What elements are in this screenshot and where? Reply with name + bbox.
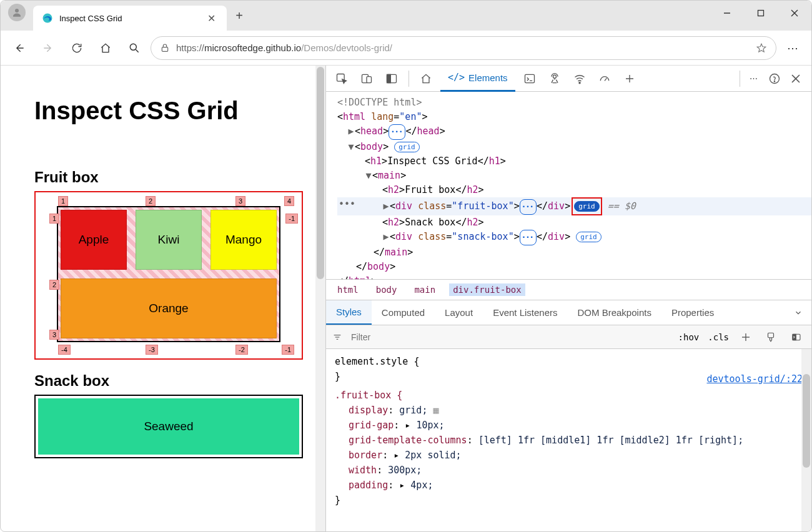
grid-cell-seaweed: Seaweed <box>38 398 299 455</box>
svg-point-6 <box>130 44 136 50</box>
close-window-button[interactable] <box>778 1 811 26</box>
row-more-icon[interactable]: ••• <box>339 197 355 212</box>
minimize-button[interactable] <box>710 1 744 26</box>
grid-col-label: 2 <box>146 196 156 206</box>
svg-rect-13 <box>387 74 391 82</box>
css-rules-pane[interactable]: element.style { } .fruit-box { devtools-… <box>326 349 811 531</box>
new-rule-icon[interactable] <box>738 329 754 345</box>
source-link[interactable]: devtools-grid/:22 <box>706 372 803 387</box>
toolbar: https://microsoftedge.github.io/Demos/de… <box>1 31 811 66</box>
devtools-close-icon[interactable] <box>785 68 806 89</box>
device-toggle-icon[interactable] <box>356 68 377 89</box>
expand-icon[interactable]: ▶ <box>382 230 390 244</box>
add-tab-icon[interactable] <box>619 68 640 89</box>
svg-rect-28 <box>768 333 774 338</box>
home-button[interactable] <box>93 36 118 61</box>
grid-col-label: -4 <box>58 345 71 355</box>
grid-cell-apple: Apple <box>61 210 127 270</box>
grid-badge[interactable]: grid <box>394 142 420 152</box>
svg-rect-8 <box>162 47 167 51</box>
maximize-button[interactable] <box>744 1 778 26</box>
favorite-icon[interactable] <box>756 42 767 54</box>
css-declaration[interactable]: grid-template-columns: [left] 1fr [middl… <box>335 433 803 448</box>
svg-point-15 <box>553 75 556 78</box>
grid-col-label: -3 <box>146 345 158 355</box>
computed-toggle-icon[interactable] <box>788 330 805 345</box>
elements-tab[interactable]: </>Elements <box>440 66 515 92</box>
new-tab-button[interactable]: + <box>227 9 252 23</box>
svg-point-20 <box>774 81 775 81</box>
page-scrollbar[interactable] <box>315 66 325 531</box>
svg-line-7 <box>136 49 139 52</box>
expand-icon[interactable]: ▶ <box>382 199 390 214</box>
browser-tab[interactable]: Inspect CSS Grid ✕ <box>33 6 227 31</box>
collapse-icon[interactable]: ▼ <box>365 169 372 183</box>
css-declaration[interactable]: display: grid; ▦ <box>335 403 803 418</box>
titlebar: Inspect CSS Grid ✕ + <box>1 1 811 31</box>
rule-selector: .fruit-box { <box>335 388 803 403</box>
devtools-more-icon[interactable]: ⋯ <box>743 68 764 89</box>
cls-toggle[interactable]: .cls <box>708 332 729 342</box>
address-bar[interactable]: https://microsoftedge.github.io/Demos/de… <box>151 36 776 60</box>
tab-title: Inspect CSS Grid <box>59 14 122 23</box>
dom-tree[interactable]: <!DOCTYPE html> <html lang="en"> ▶<head>… <box>326 92 811 279</box>
tab-layout[interactable]: Layout <box>435 301 483 324</box>
search-button[interactable] <box>122 36 147 61</box>
grid-col-label: -2 <box>235 345 248 355</box>
console-tab-icon[interactable] <box>519 68 540 89</box>
grid-cell-orange: Orange <box>61 278 277 338</box>
refresh-button[interactable] <box>64 36 89 61</box>
profile-avatar[interactable] <box>8 4 26 21</box>
tab-event-listeners[interactable]: Event Listeners <box>483 301 567 324</box>
grid-badge[interactable]: grid <box>574 201 600 212</box>
grid-row-label: 1 <box>49 214 59 224</box>
url-text: https://microsoftedge.github.io/Demos/de… <box>176 42 392 53</box>
styles-filterbar: :hov .cls <box>326 325 811 349</box>
selected-dom-node[interactable]: ••• ▶<div class="fruit-box">•••</div>gri… <box>337 197 811 215</box>
devtools-panel: </>Elements ⋯ <!DOCTYPE html> <html lang… <box>325 66 811 531</box>
grid-col-label: -1 <box>282 345 294 355</box>
page-viewport: Inspect CSS Grid Fruit box 1 2 3 4 1 2 3… <box>1 66 325 531</box>
grid-row-label: 3 <box>49 330 59 340</box>
fruit-box-highlight: 1 2 3 4 1 2 3 -1 -4 -3 -2 -1 Apple Kiw <box>34 191 303 360</box>
inspect-icon[interactable] <box>331 68 352 89</box>
chevron-down-icon[interactable] <box>785 308 811 317</box>
breadcrumb-item[interactable]: div.fruit-box <box>449 283 525 296</box>
css-declaration[interactable]: grid-gap: ▸ 10px; <box>335 418 803 433</box>
expand-icon[interactable]: ▶ <box>347 124 355 139</box>
collapse-icon[interactable]: ▼ <box>347 140 355 154</box>
hov-toggle[interactable]: :hov <box>678 332 700 342</box>
breadcrumb-item[interactable]: main <box>410 283 439 296</box>
styles-scrollbar[interactable] <box>801 349 811 531</box>
fruit-grid: Apple Kiwi Mango Orange <box>57 206 280 342</box>
css-declaration[interactable]: padding: ▸ 4px; <box>335 478 803 493</box>
styles-tabstrip: Styles Computed Layout Event Listeners D… <box>326 300 811 325</box>
tab-properties[interactable]: Properties <box>661 301 724 324</box>
network-tab-icon[interactable] <box>569 68 590 89</box>
browser-more-icon[interactable]: ⋯ <box>780 41 805 55</box>
svg-point-16 <box>579 82 580 83</box>
css-declaration[interactable]: border: ▸ 2px solid; <box>335 448 803 463</box>
brush-icon[interactable] <box>763 329 779 345</box>
edge-icon <box>42 12 53 24</box>
filter-input[interactable] <box>351 332 460 342</box>
welcome-tab-icon[interactable] <box>415 68 437 89</box>
dock-icon[interactable] <box>381 68 402 89</box>
close-tab-icon[interactable]: ✕ <box>205 10 218 27</box>
forward-button[interactable] <box>36 36 61 61</box>
breadcrumb-item[interactable]: html <box>334 283 362 296</box>
back-button[interactable] <box>7 36 32 61</box>
tab-computed[interactable]: Computed <box>372 301 435 324</box>
grid-badge[interactable]: grid <box>576 232 602 242</box>
grid-cell-kiwi: Kiwi <box>136 210 202 270</box>
performance-tab-icon[interactable] <box>594 68 615 89</box>
grid-col-label: 4 <box>284 196 294 206</box>
css-declaration[interactable]: width: 300px; <box>335 463 803 478</box>
tab-styles[interactable]: Styles <box>326 300 372 325</box>
help-icon[interactable] <box>764 68 785 89</box>
svg-rect-11 <box>367 76 372 82</box>
svg-rect-3 <box>758 11 764 16</box>
breadcrumb-item[interactable]: body <box>372 283 401 296</box>
sources-tab-icon[interactable] <box>544 68 565 89</box>
tab-dom-breakpoints[interactable]: DOM Breakpoints <box>568 301 661 324</box>
